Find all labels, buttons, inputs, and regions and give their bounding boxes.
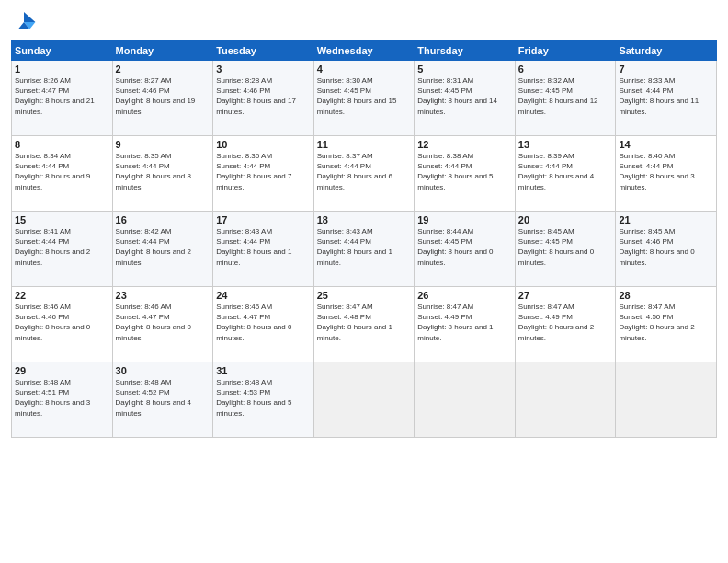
calendar-cell: 16Sunrise: 8:42 AMSunset: 4:44 PMDayligh… <box>112 212 213 287</box>
day-number: 17 <box>216 214 311 225</box>
calendar-cell: 19Sunrise: 8:44 AMSunset: 4:45 PMDayligh… <box>415 212 516 287</box>
calendar-cell: 23Sunrise: 8:46 AMSunset: 4:47 PMDayligh… <box>112 287 213 362</box>
cell-content: Sunrise: 8:47 AMSunset: 4:50 PMDaylight:… <box>619 302 713 343</box>
day-number: 3 <box>216 63 311 75</box>
column-header-thursday: Thursday <box>415 41 516 61</box>
column-header-monday: Monday <box>112 41 213 61</box>
calendar-cell: 15Sunrise: 8:41 AMSunset: 4:44 PMDayligh… <box>12 212 113 287</box>
calendar-cell: 18Sunrise: 8:43 AMSunset: 4:44 PMDayligh… <box>313 212 415 287</box>
cell-content: Sunrise: 8:38 AMSunset: 4:44 PMDaylight:… <box>417 151 512 192</box>
calendar-cell: 7Sunrise: 8:33 AMSunset: 4:44 PMDaylight… <box>616 61 717 136</box>
cell-content: Sunrise: 8:27 AMSunset: 4:46 PMDaylight:… <box>116 75 210 117</box>
day-number: 30 <box>116 365 210 376</box>
cell-content: Sunrise: 8:35 AMSunset: 4:44 PMDaylight:… <box>116 151 210 192</box>
day-number: 1 <box>15 63 109 75</box>
cell-content: Sunrise: 8:28 AMSunset: 4:46 PMDaylight:… <box>216 75 311 117</box>
calendar-cell: 21Sunrise: 8:45 AMSunset: 4:46 PMDayligh… <box>616 212 717 287</box>
day-number: 15 <box>15 214 109 225</box>
day-number: 6 <box>518 63 613 75</box>
column-header-saturday: Saturday <box>616 41 717 61</box>
cell-content: Sunrise: 8:47 AMSunset: 4:49 PMDaylight:… <box>417 302 512 343</box>
calendar-cell <box>515 362 616 438</box>
day-number: 12 <box>417 139 512 150</box>
calendar-cell: 29Sunrise: 8:48 AMSunset: 4:51 PMDayligh… <box>12 362 113 438</box>
day-number: 7 <box>619 63 713 75</box>
cell-content: Sunrise: 8:42 AMSunset: 4:44 PMDaylight:… <box>116 226 210 268</box>
day-number: 4 <box>317 63 412 75</box>
calendar-cell: 31Sunrise: 8:48 AMSunset: 4:53 PMDayligh… <box>213 362 314 438</box>
cell-content: Sunrise: 8:43 AMSunset: 4:44 PMDaylight:… <box>216 226 311 268</box>
calendar-table: SundayMondayTuesdayWednesdayThursdayFrid… <box>11 40 717 438</box>
calendar-cell <box>616 362 717 438</box>
day-number: 26 <box>417 290 512 301</box>
cell-content: Sunrise: 8:46 AMSunset: 4:46 PMDaylight:… <box>15 302 109 343</box>
calendar-cell: 2Sunrise: 8:27 AMSunset: 4:46 PMDaylight… <box>112 61 213 136</box>
calendar-cell: 17Sunrise: 8:43 AMSunset: 4:44 PMDayligh… <box>213 212 314 287</box>
cell-content: Sunrise: 8:37 AMSunset: 4:44 PMDaylight:… <box>317 151 412 192</box>
cell-content: Sunrise: 8:45 AMSunset: 4:45 PMDaylight:… <box>518 226 613 268</box>
column-header-wednesday: Wednesday <box>313 41 415 61</box>
logo-icon <box>11 9 37 35</box>
calendar-cell: 25Sunrise: 8:47 AMSunset: 4:48 PMDayligh… <box>313 287 415 362</box>
cell-content: Sunrise: 8:48 AMSunset: 4:52 PMDaylight:… <box>116 377 210 419</box>
calendar-cell: 12Sunrise: 8:38 AMSunset: 4:44 PMDayligh… <box>415 136 516 212</box>
day-number: 24 <box>216 290 311 301</box>
day-number: 27 <box>518 290 613 301</box>
calendar-cell: 30Sunrise: 8:48 AMSunset: 4:52 PMDayligh… <box>112 362 213 438</box>
cell-content: Sunrise: 8:44 AMSunset: 4:45 PMDaylight:… <box>417 226 512 268</box>
day-number: 22 <box>15 290 109 301</box>
calendar-cell: 9Sunrise: 8:35 AMSunset: 4:44 PMDaylight… <box>112 136 213 212</box>
day-number: 18 <box>317 214 412 225</box>
calendar-cell <box>415 362 516 438</box>
day-number: 5 <box>417 63 512 75</box>
cell-content: Sunrise: 8:48 AMSunset: 4:53 PMDaylight:… <box>216 377 311 419</box>
calendar-cell: 4Sunrise: 8:30 AMSunset: 4:45 PMDaylight… <box>313 61 415 136</box>
cell-content: Sunrise: 8:31 AMSunset: 4:45 PMDaylight:… <box>417 75 512 117</box>
column-header-sunday: Sunday <box>12 41 113 61</box>
day-number: 21 <box>619 214 713 225</box>
logo <box>11 9 40 35</box>
cell-content: Sunrise: 8:36 AMSunset: 4:44 PMDaylight:… <box>216 151 311 192</box>
day-number: 31 <box>216 365 311 376</box>
cell-content: Sunrise: 8:40 AMSunset: 4:44 PMDaylight:… <box>619 151 713 192</box>
calendar-cell: 3Sunrise: 8:28 AMSunset: 4:46 PMDaylight… <box>213 61 314 136</box>
day-number: 20 <box>518 214 613 225</box>
cell-content: Sunrise: 8:30 AMSunset: 4:45 PMDaylight:… <box>317 75 412 117</box>
cell-content: Sunrise: 8:34 AMSunset: 4:44 PMDaylight:… <box>15 151 109 192</box>
day-number: 16 <box>116 214 210 225</box>
cell-content: Sunrise: 8:39 AMSunset: 4:44 PMDaylight:… <box>518 151 613 192</box>
calendar-cell: 10Sunrise: 8:36 AMSunset: 4:44 PMDayligh… <box>213 136 314 212</box>
cell-content: Sunrise: 8:46 AMSunset: 4:47 PMDaylight:… <box>116 302 210 343</box>
calendar-cell: 28Sunrise: 8:47 AMSunset: 4:50 PMDayligh… <box>616 287 717 362</box>
cell-content: Sunrise: 8:47 AMSunset: 4:48 PMDaylight:… <box>317 302 412 343</box>
day-number: 19 <box>417 214 512 225</box>
calendar-cell: 8Sunrise: 8:34 AMSunset: 4:44 PMDaylight… <box>12 136 113 212</box>
day-number: 8 <box>15 139 109 150</box>
day-number: 23 <box>116 290 210 301</box>
cell-content: Sunrise: 8:47 AMSunset: 4:49 PMDaylight:… <box>518 302 613 343</box>
cell-content: Sunrise: 8:48 AMSunset: 4:51 PMDaylight:… <box>15 377 109 419</box>
day-number: 2 <box>116 63 210 75</box>
day-number: 14 <box>619 139 713 150</box>
column-header-tuesday: Tuesday <box>213 41 314 61</box>
day-number: 28 <box>619 290 713 301</box>
calendar-cell: 20Sunrise: 8:45 AMSunset: 4:45 PMDayligh… <box>515 212 616 287</box>
calendar-cell: 26Sunrise: 8:47 AMSunset: 4:49 PMDayligh… <box>415 287 516 362</box>
day-number: 13 <box>518 139 613 150</box>
calendar-cell: 6Sunrise: 8:32 AMSunset: 4:45 PMDaylight… <box>515 61 616 136</box>
calendar-cell: 22Sunrise: 8:46 AMSunset: 4:46 PMDayligh… <box>12 287 113 362</box>
cell-content: Sunrise: 8:46 AMSunset: 4:47 PMDaylight:… <box>216 302 311 343</box>
calendar-week-row: 15Sunrise: 8:41 AMSunset: 4:44 PMDayligh… <box>12 212 717 287</box>
day-number: 11 <box>317 139 412 150</box>
calendar-cell: 13Sunrise: 8:39 AMSunset: 4:44 PMDayligh… <box>515 136 616 212</box>
svg-marker-0 <box>24 12 35 22</box>
calendar-cell <box>313 362 415 438</box>
header <box>11 9 717 35</box>
calendar-week-row: 8Sunrise: 8:34 AMSunset: 4:44 PMDaylight… <box>12 136 717 212</box>
cell-content: Sunrise: 8:32 AMSunset: 4:45 PMDaylight:… <box>518 75 613 117</box>
day-number: 29 <box>15 365 109 376</box>
cell-content: Sunrise: 8:45 AMSunset: 4:46 PMDaylight:… <box>619 226 713 268</box>
cell-content: Sunrise: 8:41 AMSunset: 4:44 PMDaylight:… <box>15 226 109 268</box>
cell-content: Sunrise: 8:43 AMSunset: 4:44 PMDaylight:… <box>317 226 412 268</box>
cell-content: Sunrise: 8:33 AMSunset: 4:44 PMDaylight:… <box>619 75 713 117</box>
